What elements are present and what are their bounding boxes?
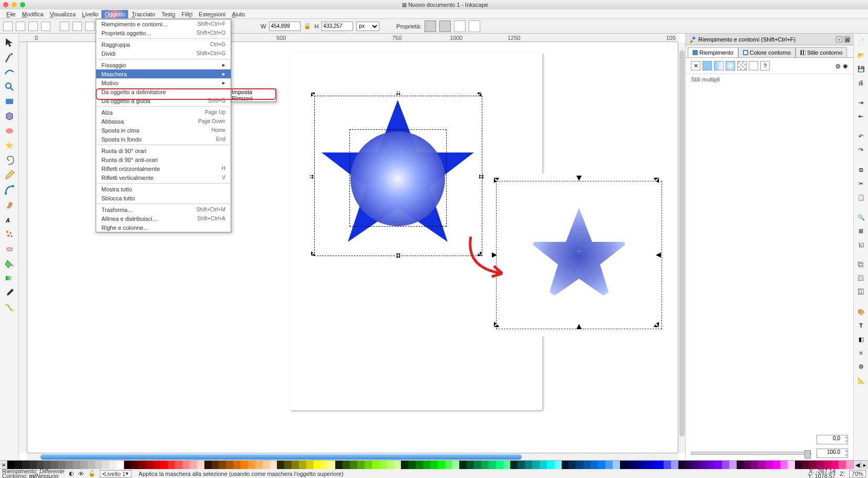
palette-swatch[interactable] (569, 461, 576, 469)
palette-swatch[interactable] (95, 461, 102, 469)
palette-swatch[interactable] (649, 461, 656, 469)
palette-swatch[interactable] (481, 461, 489, 469)
menu-help[interactable]: Aiuto (229, 10, 248, 18)
palette-swatch[interactable] (80, 461, 88, 469)
lock-icon[interactable]: 🔒 (304, 23, 311, 29)
menu-layer[interactable]: Livello (79, 10, 101, 18)
palette-swatch[interactable] (780, 461, 788, 469)
tool-btn[interactable] (73, 22, 82, 31)
palette-swatch[interactable] (445, 461, 452, 469)
menu-item[interactable]: Rifletti verticalmenteV (96, 173, 231, 182)
tool-btn[interactable] (3, 22, 13, 31)
palette-swatch[interactable] (562, 461, 569, 469)
palette-swatch[interactable] (284, 461, 292, 469)
fill-stroke-icon[interactable]: 🎨 (855, 306, 867, 318)
fill-radial-button[interactable] (726, 61, 735, 70)
palette-swatch[interactable] (737, 461, 744, 469)
palette-swatch[interactable] (839, 461, 846, 469)
menu-item[interactable]: Ruota di 90° orari (96, 146, 231, 155)
open-icon[interactable]: 📂 (855, 49, 867, 61)
palette-swatch[interactable] (532, 461, 540, 469)
menu-item[interactable]: Mostra tutto (96, 185, 231, 194)
layer-selector[interactable]: •Livello 1 ▾ (100, 470, 131, 477)
tab-fill[interactable]: Riempimento (688, 47, 738, 57)
palette-swatch[interactable] (190, 461, 197, 469)
fill-linear-button[interactable] (714, 61, 724, 70)
palette-swatch[interactable] (547, 461, 554, 469)
fill-unknown-button[interactable]: ? (760, 61, 770, 70)
palette-swatch[interactable] (452, 461, 459, 469)
palette-swatch[interactable] (540, 461, 547, 469)
palette-swatch[interactable] (233, 461, 241, 469)
redo-icon[interactable]: ↷ (855, 144, 867, 156)
palette-swatch[interactable] (146, 461, 153, 469)
palette-swatch[interactable] (678, 461, 686, 469)
palette-swatch[interactable] (576, 461, 583, 469)
palette-swatch[interactable] (846, 461, 853, 469)
palette-swatch[interactable] (241, 461, 248, 469)
palette-swatch[interactable] (153, 461, 161, 469)
paintbucket-tool[interactable] (2, 257, 17, 270)
palette-swatch[interactable] (270, 461, 277, 469)
menu-item[interactable]: Sposta in cimaHome (96, 126, 231, 135)
palette-swatch[interactable] (438, 461, 445, 469)
duplicate-icon[interactable]: ⿻ (855, 259, 867, 270)
palette-swatch[interactable] (306, 461, 314, 469)
menu-item[interactable]: Righe e colonne… (96, 223, 231, 232)
palette-swatch[interactable] (109, 461, 117, 469)
eraser-tool[interactable] (2, 242, 17, 256)
palette-swatch[interactable] (175, 461, 182, 469)
layer-lock-icon[interactable]: 🔓 (88, 470, 96, 477)
palette-swatch[interactable] (343, 461, 350, 469)
palette-swatch[interactable] (357, 461, 365, 469)
palette-swatch[interactable] (263, 461, 270, 469)
palette-swatch[interactable] (277, 461, 284, 469)
zoom-fit-icon[interactable]: 🔍 (855, 211, 867, 223)
text-tool[interactable]: A (2, 212, 17, 226)
palette-swatch[interactable] (729, 461, 737, 469)
palette-swatch[interactable] (335, 461, 343, 469)
palette-swatch[interactable] (459, 461, 467, 469)
tweak-tool[interactable] (2, 65, 17, 79)
palette-swatch[interactable] (139, 461, 146, 469)
palette-swatch[interactable] (204, 461, 212, 469)
palette-swatch[interactable] (634, 461, 642, 469)
palette-swatch[interactable] (117, 461, 124, 469)
zoom-window-button[interactable] (20, 2, 25, 7)
paste-icon[interactable]: 📋 (855, 191, 867, 203)
palette-menu[interactable]: ▸ (861, 461, 868, 469)
menu-item[interactable]: RaggruppaCtrl+G (96, 40, 231, 49)
3dbox-tool[interactable] (2, 109, 17, 123)
palette-swatch[interactable] (401, 461, 408, 469)
palette-swatch[interactable] (583, 461, 591, 469)
align-icon[interactable]: ≡ (855, 347, 867, 359)
palette-swatch[interactable] (722, 461, 729, 469)
palette-swatch[interactable] (248, 461, 255, 469)
tool-btn[interactable] (41, 22, 50, 31)
palette-swatch[interactable] (627, 461, 634, 469)
menu-path[interactable]: Tracciato (128, 10, 158, 18)
palette-swatch[interactable] (197, 461, 204, 469)
fill-none-button[interactable]: ✕ (691, 61, 700, 70)
opacity-input[interactable]: 100,0 (817, 449, 848, 458)
fill-flat-button[interactable] (702, 61, 712, 70)
layer-visibility-icon[interactable]: 👁 (78, 471, 84, 477)
palette-swatch[interactable] (503, 461, 511, 469)
palette-swatch[interactable] (598, 461, 605, 469)
menu-item[interactable]: Rifletti orizzontalmenteH (96, 164, 231, 173)
menu-item[interactable]: Ruota di 90° anti-orari (96, 155, 231, 164)
minimize-window-button[interactable] (12, 2, 17, 7)
palette-swatch[interactable] (518, 461, 525, 469)
affect-icon[interactable] (425, 21, 436, 32)
selector-tool[interactable] (2, 36, 17, 49)
panel-close-icon[interactable]: ⊠ (844, 36, 850, 43)
tab-stroke-paint[interactable]: Colore contorno (738, 47, 795, 57)
palette-swatch[interactable] (773, 461, 780, 469)
zoom-drawing-icon[interactable]: ◱ (855, 239, 867, 250)
palette-swatch[interactable] (387, 461, 394, 469)
palette-scroll-left[interactable]: ◀ (853, 461, 861, 469)
palette-swatch[interactable] (700, 461, 707, 469)
blur-input[interactable]: 0,0 (817, 435, 848, 444)
opacity-slider[interactable] (691, 452, 811, 455)
group-icon[interactable]: ⿲ (855, 286, 867, 298)
